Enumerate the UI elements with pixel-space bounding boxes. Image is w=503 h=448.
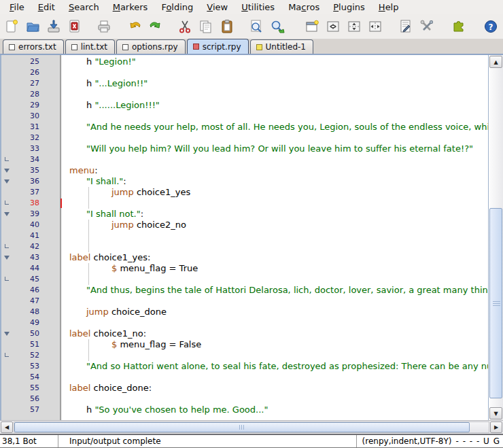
vertical-scrollbar[interactable]: ▲ ▼	[488, 55, 503, 420]
buffer-mode-status[interactable]: (renpy,indent,UTF-8Y) - - - - U G	[356, 435, 503, 447]
code-line-text[interactable]	[60, 230, 488, 241]
fold-toggle[interactable]	[1, 176, 12, 187]
menu-markers[interactable]: Markers	[106, 1, 155, 14]
caret-position-status[interactable]: 38,1 Bot	[0, 435, 58, 447]
close-buffer-button[interactable]	[66, 17, 83, 36]
new-view-button[interactable]	[303, 17, 320, 36]
code-line-text[interactable]: "Will you help him? Will you lead him? O…	[60, 143, 488, 154]
code-line: 56	[1, 394, 488, 404]
tab-options-rpy[interactable]: options.rpy	[116, 39, 186, 54]
find-again-button[interactable]	[268, 17, 285, 36]
open-file-icon	[25, 19, 40, 34]
tab-untitled-1[interactable]: Untitled-1	[250, 39, 313, 54]
editor-window: FileEditSearchMarkersFoldingViewUtilitie…	[0, 0, 503, 448]
fold-collapse-icon	[4, 256, 10, 260]
menu-file[interactable]: File	[3, 1, 31, 14]
scroll-left-button[interactable]: ◀	[1, 421, 13, 433]
menu-macros[interactable]: Macros	[281, 1, 326, 14]
split-horizontal-button[interactable]	[345, 17, 362, 36]
tab-errors-txt[interactable]: errors.txt	[3, 39, 64, 54]
split-vertical-button[interactable]	[366, 17, 383, 36]
code-line-text[interactable]	[60, 296, 488, 307]
menu-edit[interactable]: Edit	[31, 1, 62, 14]
code-line-text[interactable]: "And so Hattori went alone, to seal his …	[60, 361, 488, 372]
unsplit-button[interactable]	[324, 17, 341, 36]
fold-toggle[interactable]	[1, 209, 12, 220]
scroll-up-button[interactable]: ▲	[489, 56, 502, 68]
code-line: 42	[1, 241, 488, 252]
undo-button[interactable]	[126, 17, 143, 36]
code-line-text[interactable]: h "Legion!"	[60, 56, 488, 67]
menu-search[interactable]: Search	[62, 1, 106, 14]
menu-plugins[interactable]: Plugins	[326, 1, 372, 14]
code-line-text[interactable]	[60, 133, 488, 143]
menu-help[interactable]: Help	[372, 1, 406, 14]
code-line-text[interactable]: "I shall.":	[60, 176, 488, 187]
code-line-text[interactable]: label choice1_yes:	[60, 252, 488, 263]
code-line-text[interactable]: $ menu_flag = True	[60, 263, 488, 274]
vertical-scrollbar-thumb[interactable]	[489, 208, 502, 398]
global-options-button[interactable]	[418, 17, 435, 36]
code-line-text[interactable]	[60, 394, 488, 404]
code-line-text[interactable]: "And he needs your help, most of all. He…	[60, 122, 488, 133]
print-button[interactable]	[95, 17, 112, 36]
horizontal-scrollbar-thumb[interactable]	[14, 422, 470, 432]
menu-folding[interactable]: Folding	[154, 1, 200, 14]
fold-margin	[1, 350, 12, 361]
help-button[interactable]: ?	[482, 17, 499, 36]
code-line-text[interactable]	[60, 241, 488, 252]
tab-script-rpy[interactable]: script.rpy	[187, 39, 249, 54]
code-line-text[interactable]: "I shall not.":	[60, 209, 488, 220]
code-line-text[interactable]: $ menu_flag = False	[60, 339, 488, 350]
code-line-text[interactable]	[60, 198, 488, 209]
paste-button[interactable]	[218, 17, 235, 36]
new-file-button[interactable]	[3, 17, 20, 36]
code-line-text[interactable]: label choice_done:	[60, 383, 488, 394]
line-number: 41	[12, 230, 60, 241]
code-line-text[interactable]	[60, 350, 488, 361]
code-line-text[interactable]	[60, 372, 488, 383]
copy-button[interactable]	[197, 17, 214, 36]
code-line-text[interactable]: menu:	[60, 165, 488, 176]
plugin-manager-button[interactable]	[450, 17, 467, 36]
code-line-text[interactable]	[60, 154, 488, 165]
code-line-text[interactable]: h "......Legion!!!"	[60, 100, 488, 111]
line-number: 40	[12, 220, 60, 230]
code-line: 44$ menu_flag = True	[1, 263, 488, 274]
editor-area: 25h "Legion!"2627h "...Legion!!"2829h ".…	[0, 55, 503, 420]
horizontal-scrollbar[interactable]: ◀ ▶	[0, 420, 503, 434]
code-line-text[interactable]: h "So you've chosen to help me. Good..."	[60, 404, 488, 415]
token-plain: h	[86, 404, 94, 415]
fold-toggle[interactable]	[1, 328, 12, 339]
scroll-right-button[interactable]: ▶	[490, 421, 502, 433]
tab-lint-txt[interactable]: lint.txt	[65, 39, 115, 54]
text-area[interactable]: 25h "Legion!"2627h "...Legion!!"2829h ".…	[1, 55, 488, 420]
open-file-button[interactable]	[24, 17, 41, 36]
save-file-icon	[46, 19, 61, 34]
line-number: 32	[12, 133, 60, 143]
scroll-down-button[interactable]: ▼	[489, 407, 502, 419]
redo-button[interactable]	[147, 17, 164, 36]
menu-view[interactable]: View	[200, 1, 235, 14]
fold-toggle[interactable]	[1, 252, 12, 263]
code-line-text[interactable]: h "...Legion!!"	[60, 78, 488, 89]
code-line-text[interactable]	[60, 111, 488, 122]
code-line-text[interactable]: jump choice2_no	[60, 220, 488, 230]
cut-button[interactable]	[176, 17, 193, 36]
code-line-text[interactable]: jump choice1_yes	[60, 187, 488, 198]
horizontal-scrollbar-track[interactable]	[14, 421, 489, 433]
code-line-text[interactable]: label choice1_no:	[60, 328, 488, 339]
fold-toggle[interactable]	[1, 165, 12, 176]
fold-collapse-icon	[4, 169, 10, 173]
print-icon	[97, 19, 111, 34]
save-file-button[interactable]	[45, 17, 62, 36]
code-line-text[interactable]	[60, 317, 488, 328]
find-button[interactable]	[247, 17, 264, 36]
menu-utilities[interactable]: Utilities	[235, 1, 281, 14]
code-line-text[interactable]: jump choice_done	[60, 307, 488, 317]
code-line-text[interactable]	[60, 89, 488, 100]
code-line-text[interactable]	[60, 67, 488, 78]
code-line-text[interactable]	[60, 274, 488, 285]
buffer-options-button[interactable]	[397, 17, 414, 36]
code-line-text[interactable]: "And thus, begins the tale of Hattori De…	[60, 285, 488, 296]
